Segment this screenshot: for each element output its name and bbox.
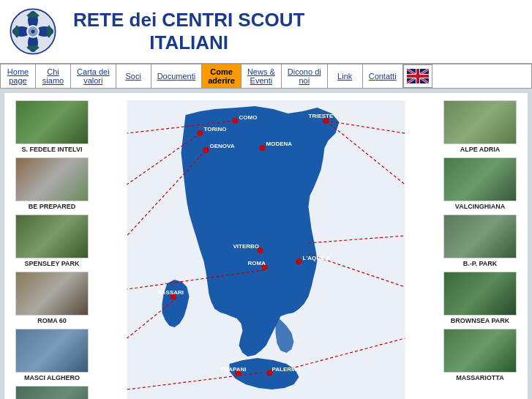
thumb-alpe-adria [443,100,517,144]
nav-dicono[interactable]: Dicono dinoi [282,64,328,88]
list-item[interactable]: MASSARIOTTA [440,329,520,381]
list-item[interactable]: FONDO AUTERI [12,386,92,399]
svg-text:COMO: COMO [239,114,258,121]
svg-text:MODENA: MODENA [266,141,293,147]
svg-text:SASSARI: SASSARI [158,289,184,296]
list-item[interactable]: SPENSLEY PARK [12,215,92,267]
svg-point-9 [31,29,34,33]
nav-contatti[interactable]: Contatti [363,64,403,88]
svg-text:TORINO: TORINO [204,126,227,133]
svg-text:TRIESTE: TRIESTE [309,113,334,119]
label-spensley: SPENSLEY PARK [15,260,89,267]
nav-chi[interactable]: Chisiamo [36,64,71,88]
svg-text:ROMA: ROMA [248,260,266,266]
nav-carta[interactable]: Carta deivalori [71,64,116,88]
label-valcinghiana: VALCINGHIANA [443,203,517,210]
list-item[interactable]: ROMA 60 [12,272,92,324]
thumb-brownsea [443,272,517,316]
svg-rect-18 [407,75,429,78]
list-item[interactable]: ALPE ADRIA [440,100,520,153]
thumb-massariotta [443,329,517,373]
label-s-fedele: S. FEDELE INTELVI [15,146,89,153]
right-column: ALPE ADRIA VALCINGHIANA B.-P. PARK BROWN… [440,100,520,399]
map-area: .map-bg { fill: #6699cc; } .italy-shape … [98,100,434,399]
thumb-roma60 [15,272,89,316]
main-content: S. FEDELE INTELVI BE PREPARED SPENSLEY P… [4,93,528,399]
label-massariotta: MASSARIOTTA [443,374,517,381]
thumb-fondo [15,386,89,399]
thumb-valcinghiana [443,157,517,201]
list-item[interactable]: MASCI ALGHERO [12,329,92,381]
label-alpe-adria: ALPE ADRIA [443,146,517,153]
label-be-prepared: BE PREPARED [15,203,89,210]
svg-text:PALERMO: PALERMO [272,366,301,373]
navbar: Homepage Chisiamo Carta deivalori Soci D… [0,64,532,89]
nav-documenti[interactable]: Documenti [151,64,203,88]
svg-text:TRAPANI: TRAPANI [221,366,247,373]
logo-icon [7,6,59,57]
nav-home[interactable]: Homepage [1,64,36,88]
site-title: RETE dei CENTRI SCOUT ITALIANI [73,9,304,54]
label-masci: MASCI ALGHERO [15,374,89,381]
uk-flag-icon [407,69,429,83]
svg-text:L'AQUILA: L'AQUILA [303,255,331,261]
label-bp-park: B.-P. PARK [443,260,517,267]
italy-map-svg: .map-bg { fill: #6699cc; } .italy-shape … [98,100,434,399]
nav-come[interactable]: Comeaderire [202,64,241,88]
nav-flag[interactable] [403,64,432,88]
thumb-spensley [15,215,89,258]
thumb-s-fedele [15,100,89,144]
nav-news[interactable]: News &Eventi [241,64,282,88]
thumb-masci [15,329,89,373]
nav-link[interactable]: Link [328,64,363,88]
svg-text:VITERBO: VITERBO [233,243,260,250]
svg-point-33 [233,118,239,124]
thumb-bp-park [443,215,517,258]
header: RETE dei CENTRI SCOUT ITALIANI [0,0,532,64]
label-roma60: ROMA 60 [15,317,89,324]
nav-soci[interactable]: Soci [116,64,151,88]
svg-text:GENOVA: GENOVA [210,143,235,149]
logo-area [7,6,59,57]
svg-point-31 [198,130,203,136]
list-item[interactable]: VALCINGHIANA [440,157,520,210]
list-item[interactable]: S. FEDELE INTELVI [12,100,92,153]
label-brownsea: BROWNSEA PARK [443,317,517,324]
svg-point-39 [260,145,266,151]
app: RETE dei CENTRI SCOUT ITALIANI Homepage … [0,0,532,399]
svg-point-37 [203,147,209,153]
left-column: S. FEDELE INTELVI BE PREPARED SPENSLEY P… [12,100,92,399]
list-item[interactable]: BE PREPARED [12,157,92,210]
thumb-be-prepared [15,157,89,201]
list-item[interactable]: BROWNSEA PARK [440,272,520,324]
svg-point-45 [296,258,302,264]
list-item[interactable]: B.-P. PARK [440,215,520,267]
